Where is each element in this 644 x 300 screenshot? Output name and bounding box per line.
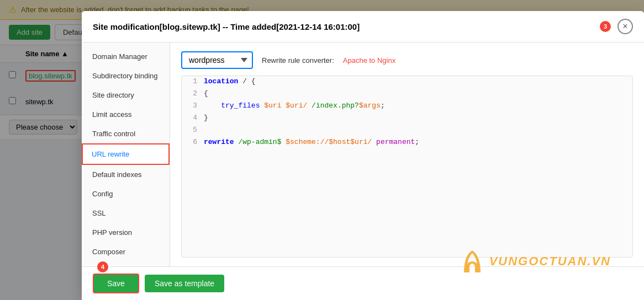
save-as-template-button[interactable]: Save as template — [145, 275, 224, 292]
modal-body: Domain Manager Subdirectory binding Site… — [82, 42, 644, 266]
sidebar-item-limit-access[interactable]: Limit access — [82, 105, 170, 124]
sidebar-item-default-indexes[interactable]: Default indexes — [82, 165, 170, 184]
modal-footer: 4 Save Save as template — [82, 266, 644, 300]
modal-dialog: Site modification[blog.sitewp.tk] -- Tim… — [82, 11, 644, 300]
line-content-5 — [204, 126, 632, 136]
step-3-badge: 3 — [600, 21, 611, 32]
save-button[interactable]: Save — [93, 274, 139, 293]
sidebar-item-php-version[interactable]: PHP version — [82, 223, 170, 242]
line-num-2: 2 — [182, 89, 204, 99]
line-num-1: 1 — [182, 77, 204, 87]
code-line-5: 5 — [182, 125, 632, 137]
rewrite-rule-label: Rewrite rule converter: — [262, 56, 334, 65]
sidebar-item-site-directory[interactable]: Site directory — [82, 85, 170, 105]
step-4-badge: 4 — [97, 261, 108, 272]
line-num-3: 3 — [182, 101, 204, 111]
line-num-5: 5 — [182, 126, 204, 136]
modal-content-area: wordpress Typecho Discuz PHPCMS Dedecms … — [170, 42, 644, 266]
code-line-4: 4 } — [182, 113, 632, 125]
sidebar-item-redirect[interactable]: Redirect — [82, 261, 170, 266]
sidebar-item-ssl[interactable]: SSL — [82, 203, 170, 223]
line-content-4: } — [204, 114, 632, 124]
line-num-6: 6 — [182, 138, 204, 148]
apache-to-nginx-link[interactable]: Apache to Nginx — [343, 56, 395, 65]
code-editor[interactable]: 1 location / { 2 { 3 try_files $uri $uri… — [181, 76, 633, 258]
modal-close-button[interactable]: × — [617, 19, 633, 34]
sidebar-item-composer[interactable]: Composer — [82, 242, 170, 261]
sidebar-item-url-rewrite[interactable]: URL rewrite — [82, 143, 170, 165]
code-line-6: 6 rewrite /wp-admin$ $scheme://$host$uri… — [182, 137, 632, 149]
sidebar-item-traffic-control[interactable]: Traffic control — [82, 124, 170, 143]
content-top-row: wordpress Typecho Discuz PHPCMS Dedecms … — [181, 51, 633, 69]
sidebar-item-domain-manager[interactable]: Domain Manager — [82, 47, 170, 66]
code-line-1: 1 location / { — [182, 76, 632, 88]
rewrite-preset-select[interactable]: wordpress Typecho Discuz PHPCMS Dedecms … — [181, 51, 253, 69]
sidebar-item-subdirectory[interactable]: Subdirectory binding — [82, 66, 170, 85]
line-content-1: location / { — [204, 77, 632, 87]
sidebar-item-config[interactable]: Config — [82, 184, 170, 203]
modal-title: Site modification[blog.sitewp.tk] -- Tim… — [93, 22, 595, 31]
line-num-4: 4 — [182, 114, 204, 124]
code-line-2: 2 { — [182, 88, 632, 100]
code-line-3: 3 try_files $uri $uri/ /index.php?$args; — [182, 100, 632, 113]
line-content-2: { — [204, 89, 632, 99]
modal-sidebar: Domain Manager Subdirectory binding Site… — [82, 42, 170, 266]
line-content-3: try_files $uri $uri/ /index.php?$args; — [204, 101, 632, 111]
line-content-6: rewrite /wp-admin$ $scheme://$host$uri/ … — [204, 138, 632, 148]
modal-header: Site modification[blog.sitewp.tk] -- Tim… — [82, 11, 644, 42]
